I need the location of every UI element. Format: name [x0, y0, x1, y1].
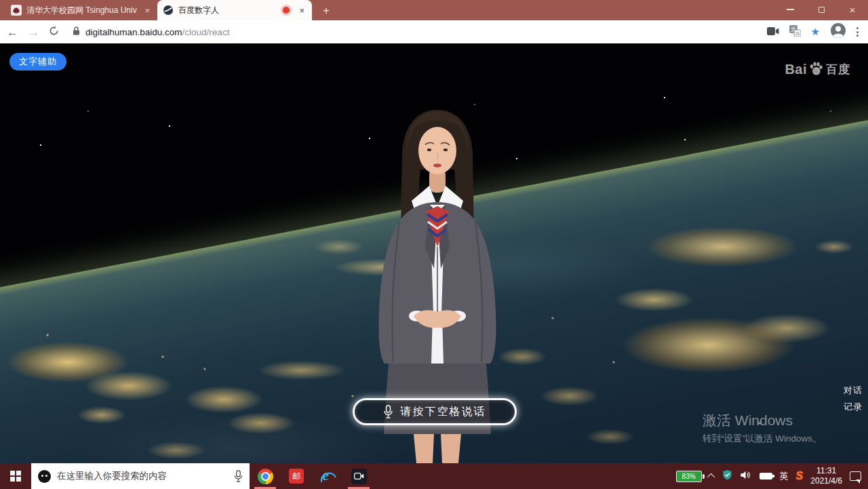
- action-center-icon[interactable]: [850, 471, 861, 481]
- search-placeholder: 在这里输入你要搜索的内容: [57, 470, 228, 482]
- speaker-icon[interactable]: [740, 470, 752, 483]
- side-panel-tabs: 对话 记录: [844, 383, 863, 415]
- defender-shield-icon[interactable]: [722, 469, 732, 483]
- windows-taskbar: 在这里输入你要搜索的内容 邮 e 83% 英 S 11:31 2021/4/6: [0, 463, 868, 489]
- microphone-icon: [384, 405, 393, 419]
- record-tab[interactable]: 记录: [844, 399, 863, 415]
- baidu-logo: Bai du 百度: [785, 61, 850, 77]
- maximize-button[interactable]: [806, 0, 837, 19]
- lock-icon: [73, 26, 80, 38]
- battery-percent-indicator[interactable]: 83%: [676, 471, 702, 482]
- digital-human-favicon: [163, 5, 174, 16]
- minimize-button[interactable]: [774, 0, 806, 19]
- activation-title: 激活 Windows: [703, 411, 822, 430]
- tab-close-icon[interactable]: ×: [297, 5, 307, 16]
- system-tray: 83% 英 S 11:31 2021/4/6: [676, 463, 868, 489]
- activation-subtitle: 转到“设置”以激活 Windows。: [703, 433, 822, 445]
- chevron-up-icon[interactable]: [707, 473, 715, 481]
- address-bar-actions: 文G ★: [767, 22, 861, 41]
- profile-avatar[interactable]: [830, 22, 846, 41]
- camera-app-icon: [351, 469, 367, 484]
- internet-explorer-icon: e: [319, 468, 336, 484]
- taskbar-mail-button[interactable]: 邮: [281, 463, 312, 489]
- cortana-icon: [38, 470, 51, 483]
- baidu-logo-cn: 百度: [826, 62, 850, 77]
- chrome-icon: [258, 469, 273, 484]
- taskbar-chrome-button[interactable]: [250, 463, 281, 489]
- taskbar-search-box[interactable]: 在这里输入你要搜索的内容: [31, 463, 250, 489]
- new-tab-button[interactable]: +: [317, 2, 335, 20]
- taskbar-ie-button[interactable]: e: [312, 463, 343, 489]
- windows-logo-icon: [10, 471, 21, 482]
- dialog-tab[interactable]: 对话: [844, 383, 863, 399]
- minimize-icon: [787, 9, 794, 10]
- browser-window: 清华大学校园网 Tsinghua Univ × 百度数字人 × + × ← →: [0, 0, 868, 43]
- translate-icon[interactable]: 文G: [789, 25, 801, 39]
- search-mic-icon[interactable]: [234, 470, 243, 483]
- tab-strip: 清华大学校园网 Tsinghua Univ × 百度数字人 × + ×: [0, 0, 868, 20]
- close-window-button[interactable]: ×: [837, 0, 868, 19]
- tsinghua-favicon: [11, 5, 22, 16]
- text-assist-button[interactable]: 文字辅助: [9, 53, 66, 71]
- camera-in-use-icon[interactable]: [767, 26, 779, 38]
- recording-indicator-icon: [283, 7, 290, 14]
- baidu-paw-icon: du: [808, 61, 824, 77]
- tab-title: 清华大学校园网 Tsinghua Univ: [26, 5, 138, 16]
- battery-tray-icon[interactable]: [760, 473, 772, 480]
- mail-icon: 邮: [289, 469, 304, 484]
- bookmark-star-icon[interactable]: ★: [811, 26, 820, 38]
- tab-digital-human[interactable]: 百度数字人 ×: [157, 0, 312, 20]
- tab-close-icon[interactable]: ×: [142, 5, 152, 16]
- reload-icon[interactable]: [49, 26, 59, 38]
- taskbar-camera-button[interactable]: [343, 463, 374, 489]
- tab-tsinghua[interactable]: 清华大学校园网 Tsinghua Univ ×: [5, 0, 157, 20]
- date: 2021/4/6: [810, 476, 842, 486]
- ime-indicator[interactable]: 英: [780, 470, 789, 482]
- forward-icon[interactable]: →: [28, 26, 39, 38]
- clock[interactable]: 11:31 2021/4/6: [810, 466, 842, 486]
- url-path: /cloud/react: [182, 27, 230, 37]
- url-domain: digitalhuman.baidu.com: [85, 27, 182, 37]
- svg-text:G: G: [795, 31, 799, 37]
- time: 11:31: [810, 466, 842, 476]
- start-button[interactable]: [0, 463, 31, 489]
- push-to-talk-label: 请按下空格说话: [401, 405, 486, 419]
- windows-activation-watermark: 激活 Windows 转到“设置”以激活 Windows。: [703, 411, 822, 445]
- sogou-input-icon[interactable]: S: [796, 470, 804, 482]
- tab-title: 百度数字人: [178, 5, 278, 16]
- baidu-logo-text: Bai: [785, 62, 807, 77]
- address-bar: ← → digitalhuman.baidu.com/cloud/react 文…: [0, 20, 868, 43]
- menu-kebab-icon[interactable]: [856, 27, 859, 37]
- push-to-talk-button[interactable]: 请按下空格说话: [353, 398, 517, 425]
- url-field[interactable]: digitalhuman.baidu.com/cloud/react: [68, 23, 757, 41]
- page-viewport: 文字辅助 Bai du 百度 请按下空格说话 对话 记录 激活 Windows …: [0, 43, 868, 463]
- maximize-icon: [818, 7, 825, 13]
- window-controls: ×: [774, 0, 868, 19]
- back-icon[interactable]: ←: [7, 26, 18, 38]
